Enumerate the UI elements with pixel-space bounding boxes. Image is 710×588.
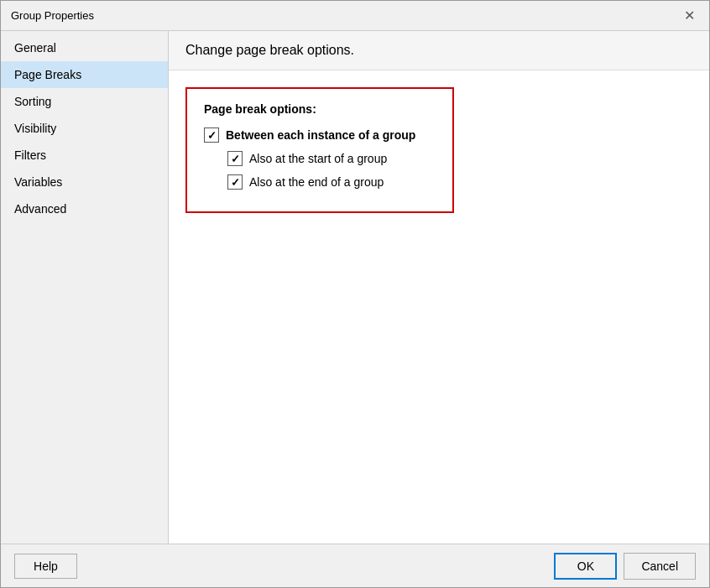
sidebar-item-variables[interactable]: Variables xyxy=(1,169,168,195)
checkbox-between[interactable] xyxy=(204,127,219,143)
sidebar-item-advanced[interactable]: Advanced xyxy=(1,195,168,222)
checkbox-between-label: Between each instance of a group xyxy=(226,128,415,142)
sidebar: General Page Breaks Sorting Visibility F… xyxy=(1,31,169,544)
checkbox-row-end: Also at the end of a group xyxy=(227,174,436,190)
options-box: Page break options: Between each instanc… xyxy=(185,87,454,213)
dialog-title: Group Properties xyxy=(11,9,94,22)
options-box-label: Page break options: xyxy=(204,102,436,116)
dialog-body: General Page Breaks Sorting Visibility F… xyxy=(1,31,709,544)
checkbox-start-label: Also at the start of a group xyxy=(249,152,387,165)
help-button[interactable]: Help xyxy=(14,554,77,579)
dialog-footer: Help OK Cancel xyxy=(1,544,709,587)
checkbox-end-label: Also at the end of a group xyxy=(249,175,384,189)
checkbox-end[interactable] xyxy=(227,174,243,190)
checkbox-row-start: Also at the start of a group xyxy=(227,151,436,166)
sidebar-item-visibility[interactable]: Visibility xyxy=(1,115,168,142)
close-button[interactable]: ✕ xyxy=(679,6,699,26)
footer-right: OK Cancel xyxy=(554,553,696,580)
sidebar-item-page-breaks[interactable]: Page Breaks xyxy=(1,61,168,88)
sidebar-item-filters[interactable]: Filters xyxy=(1,142,168,169)
main-content: Change page break options. Page break op… xyxy=(169,31,709,544)
footer-left: Help xyxy=(14,554,77,579)
sidebar-item-general[interactable]: General xyxy=(1,34,168,61)
ok-button[interactable]: OK xyxy=(554,553,617,580)
content-header-title: Change page break options. xyxy=(185,43,354,57)
title-bar: Group Properties ✕ xyxy=(1,1,709,31)
content-header: Change page break options. xyxy=(169,31,709,70)
checkbox-row-between: Between each instance of a group xyxy=(204,127,436,143)
checkbox-start[interactable] xyxy=(227,151,243,166)
sidebar-item-sorting[interactable]: Sorting xyxy=(1,88,168,115)
content-area: Page break options: Between each instanc… xyxy=(169,70,709,544)
cancel-button[interactable]: Cancel xyxy=(624,553,696,580)
group-properties-dialog: Group Properties ✕ General Page Breaks S… xyxy=(0,0,710,588)
